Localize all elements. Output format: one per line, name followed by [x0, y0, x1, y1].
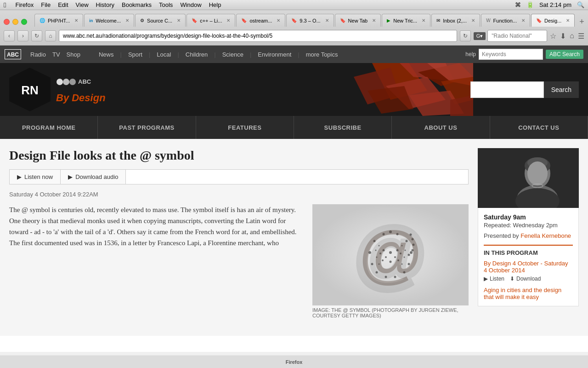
abc-search-button[interactable]: ABC Search: [546, 50, 583, 59]
related-article-link[interactable]: Aging in cities and the design that will…: [484, 287, 573, 300]
menu-view[interactable]: View: [76, 1, 89, 8]
tab-1[interactable]: inWelcome...✕: [84, 14, 134, 27]
clock-display: Sat 2:14 pm: [539, 1, 571, 8]
rn-hexagon-logo[interactable]: RN: [9, 68, 51, 111]
window-close-btn[interactable]: [4, 19, 10, 25]
abc-logo-svg: ABC: [5, 49, 21, 59]
menu-tools[interactable]: Tools: [159, 1, 173, 8]
abc-logo[interactable]: ABC: [5, 49, 21, 59]
system-clock: ⌘ 🔋 Sat 2:14 pm 🔍: [515, 1, 584, 8]
abc-nav-links: Radio TV Shop: [30, 51, 80, 58]
svg-text:@: @: [359, 217, 422, 289]
menu-edit[interactable]: Edit: [58, 1, 68, 8]
schedule-repeat: Repeated: Wednesday 2pm: [484, 222, 573, 229]
menu-file[interactable]: File: [41, 1, 51, 8]
sidebar-related: Aging in cities and the design that will…: [484, 287, 573, 300]
svg-point-14: [57, 79, 63, 85]
download-sidebar-icon: ⬇: [510, 276, 514, 282]
back-btn[interactable]: ‹: [4, 30, 15, 41]
abc-help-link[interactable]: help: [465, 51, 476, 58]
banner-search-button[interactable]: Search: [544, 81, 579, 98]
presenter-link[interactable]: Fenella Kernebone: [520, 232, 571, 239]
link-more-topics[interactable]: more Topics: [306, 51, 338, 58]
tab-5[interactable]: 🔖9.3 – O...✕: [286, 14, 334, 27]
tab-8[interactable]: ✉Inbox (2,...✕: [431, 14, 480, 27]
home-icon[interactable]: ⌂: [570, 32, 574, 40]
reload-btn[interactable]: ↻: [31, 30, 42, 41]
settings-icon[interactable]: ☰: [578, 32, 584, 40]
article-body: The @ symbol is centuries old, recently …: [9, 204, 469, 320]
image-caption: IMAGE: THE @ SYMBOL (PHOTOGRAPH BY JURGE…: [312, 305, 469, 320]
abc-text: ABC: [78, 78, 91, 85]
download-action[interactable]: ⬇ Download: [510, 276, 541, 282]
tab-10-active[interactable]: 🔖Desig...✕: [531, 14, 575, 27]
tab-3[interactable]: 🔖c++ – Li...✕: [187, 14, 235, 27]
listen-now-btn[interactable]: ▶ Listen now: [10, 170, 61, 184]
battery-icon: 🔋: [526, 1, 534, 8]
abc-topnav: ABC Radio TV Shop News | Sport | Local |…: [0, 46, 588, 63]
address-bar[interactable]: [59, 30, 457, 42]
nav-contact-us[interactable]: CONTACT US: [490, 116, 588, 139]
tab-9[interactable]: WFunction...✕: [481, 14, 530, 27]
browser-search-input[interactable]: [487, 30, 547, 42]
tab-7[interactable]: ▶New Tric...✕: [382, 14, 430, 27]
schedule-time: Saturday 9am: [484, 213, 573, 221]
link-children[interactable]: Children: [186, 51, 208, 58]
in-this-program-heading: IN THIS PROGRAM: [484, 245, 573, 256]
link-sport[interactable]: Sport: [128, 51, 142, 58]
search-engine-selector[interactable]: G▾: [474, 32, 486, 40]
download-icon[interactable]: ⬇: [560, 32, 566, 40]
window-maximize-btn[interactable]: [21, 19, 27, 25]
new-tab-btn[interactable]: +: [576, 17, 588, 27]
nav-program-home[interactable]: PROGRAM HOME: [0, 116, 98, 139]
menu-window[interactable]: Window: [180, 1, 201, 8]
main-content: Design File looks at the @ symbol ▶ List…: [0, 139, 588, 336]
window-minimize-btn[interactable]: [12, 19, 18, 25]
macos-dock-bar: Firefox: [0, 355, 588, 368]
tab-0[interactable]: 🌐PHP/HT...✕: [34, 14, 83, 27]
abc-main-links: News | Sport | Local | Children | Scienc…: [99, 51, 338, 58]
nav-tv[interactable]: TV: [52, 51, 60, 58]
by-design-title[interactable]: By Design: [56, 92, 106, 104]
at-symbol-image: @: [312, 204, 469, 305]
rn-banner: RN ABC By Design Search: [0, 63, 588, 116]
link-local[interactable]: Local: [157, 51, 171, 58]
wifi-icon: ⌘: [515, 1, 521, 8]
menu-firefox[interactable]: Firefox: [15, 1, 34, 8]
abc-website: ABC Radio TV Shop News | Sport | Local |…: [0, 46, 588, 352]
listen-play-icon: ▶: [484, 276, 488, 282]
home-btn[interactable]: ⌂: [45, 30, 56, 41]
listen-action[interactable]: ▶ Listen: [484, 276, 504, 282]
tab-4[interactable]: 🔖ostream...✕: [236, 14, 285, 27]
nav-about-us[interactable]: ABOUT US: [392, 116, 490, 139]
spotlight-icon[interactable]: 🔍: [577, 1, 584, 8]
abc-search-input[interactable]: [479, 49, 543, 60]
banner-shapes: [280, 63, 473, 116]
link-news[interactable]: News: [99, 51, 114, 58]
menu-bookmarks[interactable]: Bookmarks: [122, 1, 152, 8]
presented-by: Presented by Fenella Kernebone: [484, 232, 573, 239]
menu-help[interactable]: Help: [209, 1, 221, 8]
apple-menu[interactable]: : [4, 1, 6, 9]
program-nav: PROGRAM HOME PAST PROGRAMS FEATURES SUBS…: [0, 116, 588, 139]
bookmark-icon[interactable]: ☆: [550, 32, 556, 40]
nav-past-programs[interactable]: PAST PROGRAMS: [98, 116, 196, 139]
download-audio-icon: ▶: [68, 173, 73, 180]
nav-radio[interactable]: Radio: [30, 51, 46, 58]
reload-address-btn[interactable]: ↻: [460, 30, 471, 41]
svg-text:RN: RN: [21, 83, 39, 97]
banner-search-input[interactable]: [470, 81, 544, 98]
forward-btn[interactable]: ›: [17, 30, 28, 41]
menu-history[interactable]: History: [96, 1, 114, 8]
nav-features[interactable]: FEATURES: [196, 116, 294, 139]
nav-shop[interactable]: Shop: [67, 51, 80, 58]
download-audio-btn[interactable]: ▶ Download audio: [61, 170, 126, 184]
svg-point-16: [69, 79, 76, 85]
article-text: The @ symbol is centuries old, recently …: [9, 204, 305, 320]
program-entry-title[interactable]: By Design 4 October - Saturday 4 October…: [484, 260, 573, 274]
link-environment[interactable]: Environment: [258, 51, 291, 58]
tab-6[interactable]: 🔖New Tab✕: [335, 14, 381, 27]
nav-subscribe[interactable]: SUBSCRIBE: [294, 116, 392, 139]
tab-2[interactable]: ⚙Source C...✕: [135, 14, 186, 27]
link-science[interactable]: Science: [222, 51, 243, 58]
